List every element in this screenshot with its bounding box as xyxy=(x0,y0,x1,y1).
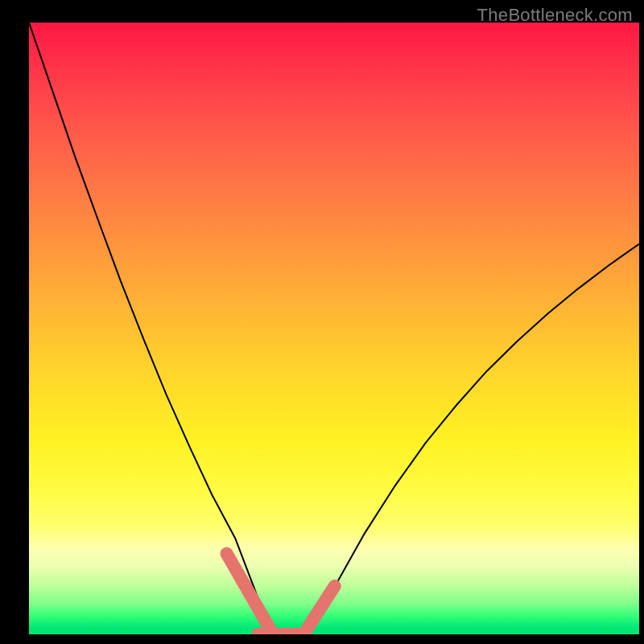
plot-area xyxy=(29,23,639,634)
curve-left-branch xyxy=(29,23,273,634)
highlight-left xyxy=(227,554,274,634)
chart-frame: TheBottleneck.com xyxy=(0,0,644,644)
curve-layer xyxy=(29,23,639,634)
watermark-label: TheBottleneck.com xyxy=(477,5,633,26)
highlight-right xyxy=(303,586,335,634)
curve-right-branch xyxy=(303,244,639,634)
